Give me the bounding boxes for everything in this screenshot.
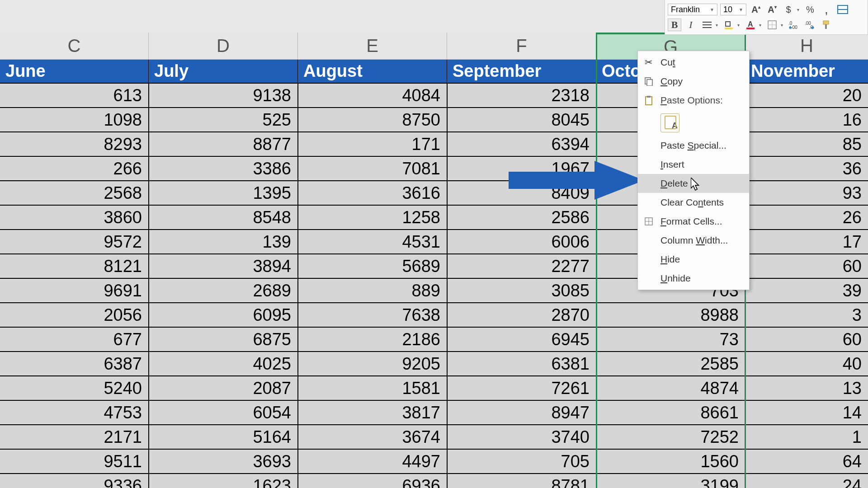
cell[interactable]: 8548 [148,206,297,230]
ctx-copy[interactable]: Copy [638,72,749,91]
merge-center-button[interactable] [836,3,849,16]
cell[interactable]: 4497 [297,450,447,474]
cell[interactable]: 5689 [297,254,447,279]
cell[interactable]: 73 [596,328,745,352]
cell[interactable]: 1581 [297,376,447,401]
cell[interactable]: 1098 [0,108,148,132]
cell[interactable]: 2318 [447,84,596,108]
cell[interactable]: 3 [745,303,868,328]
format-painter-button[interactable] [820,19,833,31]
cell[interactable]: 39 [745,279,868,303]
cell[interactable]: 8121 [0,254,148,279]
cell[interactable]: 8988 [596,303,745,328]
cell[interactable]: 9511 [0,450,148,474]
header-july[interactable]: July [148,60,297,84]
chevron-down-icon[interactable]: ▾ [779,23,784,28]
ctx-insert[interactable]: Insert [638,155,749,174]
cell[interactable]: 3616 [297,181,447,206]
cell[interactable]: 64 [745,450,868,474]
cell[interactable]: 5164 [148,425,297,450]
cell[interactable]: 1 [745,425,868,450]
cell[interactable]: 525 [148,108,297,132]
cell[interactable]: 6006 [447,230,596,254]
comma-format-button[interactable]: , [820,3,833,16]
cell[interactable]: 2171 [0,425,148,450]
cell[interactable]: 705 [447,450,596,474]
cell[interactable]: 14 [745,401,868,425]
cell[interactable]: 4531 [297,230,447,254]
cell[interactable]: 6945 [447,328,596,352]
cell[interactable]: 3386 [148,157,297,181]
italic-button[interactable]: I [684,19,698,31]
cell[interactable]: 2277 [447,254,596,279]
cell[interactable]: 20 [745,84,868,108]
cell[interactable]: 171 [297,132,447,157]
column-header-d[interactable]: D [148,33,297,60]
cell[interactable]: 6936 [297,474,447,488]
column-header-h[interactable]: H [745,33,868,60]
bold-button[interactable]: B [668,19,681,31]
header-september[interactable]: September [447,60,596,84]
cell[interactable]: 6387 [0,352,148,376]
decrease-font-size-button[interactable]: A▾ [765,3,779,16]
cell[interactable]: 17 [745,230,868,254]
cell[interactable]: 2689 [148,279,297,303]
cell[interactable]: 3674 [297,425,447,450]
ctx-unhide[interactable]: Unhide [638,269,749,288]
cell[interactable]: 2870 [447,303,596,328]
cell[interactable]: 7081 [297,157,447,181]
cell[interactable]: 9572 [0,230,148,254]
cell[interactable]: 4753 [0,401,148,425]
cell[interactable]: 1395 [148,181,297,206]
cell[interactable]: 9205 [297,352,447,376]
cell[interactable]: 613 [0,84,148,108]
cell[interactable]: 6394 [447,132,596,157]
font-size-select[interactable]: 10 ▼ [720,4,746,15]
ctx-paste-special[interactable]: Paste Special... [638,136,749,155]
cell[interactable]: 60 [745,254,868,279]
decrease-decimal-button[interactable]: .00.0 [803,19,817,31]
cell[interactable]: 60 [745,328,868,352]
cell[interactable]: 9138 [148,84,297,108]
cell[interactable]: 3894 [148,254,297,279]
cell[interactable]: 3860 [0,206,148,230]
ctx-paste-default[interactable]: A [638,110,749,136]
cell[interactable]: 6054 [148,401,297,425]
cell[interactable]: 139 [148,230,297,254]
cell[interactable]: 26 [745,206,868,230]
cell[interactable]: 3740 [447,425,596,450]
cell[interactable]: 9336 [0,474,148,488]
cell[interactable]: 266 [0,157,148,181]
cell[interactable]: 2585 [596,352,745,376]
cell[interactable]: 1258 [297,206,447,230]
column-header-e[interactable]: E [297,33,447,60]
cell[interactable]: 4084 [297,84,447,108]
cell[interactable]: 93 [745,181,868,206]
column-header-c[interactable]: C [0,33,148,60]
ctx-column-width[interactable]: Column Width... [638,231,749,250]
cell[interactable]: 4025 [148,352,297,376]
cell[interactable]: 2087 [148,376,297,401]
ctx-cut[interactable]: ✂ Cut [638,53,749,72]
chevron-down-icon[interactable]: ▾ [736,23,741,28]
cell[interactable]: 2056 [0,303,148,328]
cell[interactable]: 13 [745,376,868,401]
cell[interactable]: 6095 [148,303,297,328]
cell[interactable]: 16 [745,108,868,132]
header-august[interactable]: August [297,60,447,84]
ctx-hide[interactable]: Hide [638,250,749,269]
cell[interactable]: 2568 [0,181,148,206]
header-november[interactable]: November [745,60,868,84]
align-button[interactable] [700,19,714,31]
cell[interactable]: 3817 [297,401,447,425]
cell[interactable]: 677 [0,328,148,352]
cell[interactable]: 85 [745,132,868,157]
cell[interactable]: 5240 [0,376,148,401]
cell[interactable]: 8947 [447,401,596,425]
cell[interactable]: 36 [745,157,868,181]
chevron-down-icon[interactable]: ▾ [795,7,801,12]
cell[interactable]: 8661 [596,401,745,425]
chevron-down-icon[interactable]: ▾ [714,23,719,28]
ctx-clear-contents[interactable]: Clear Contents [638,193,749,212]
cell[interactable]: 3085 [447,279,596,303]
